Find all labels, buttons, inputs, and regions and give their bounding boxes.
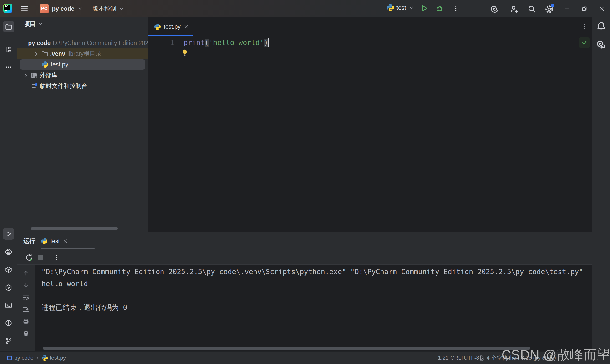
editor-area: test.py 1 print('hello world') [148, 17, 592, 232]
line-number: 1 [148, 37, 174, 48]
stop-button[interactable] [37, 254, 44, 261]
project-horizontal-scrollbar[interactable] [31, 227, 118, 230]
tree-item-label: 临时文件和控制台 [40, 82, 88, 90]
run-toolwindow-button[interactable] [3, 228, 14, 240]
csdn-watermark: CSDN @散峰而望 [502, 346, 610, 364]
pycharm-logo-icon: PC [3, 4, 13, 13]
close-tab-icon[interactable] [63, 238, 68, 244]
tree-item-label: .venv [50, 50, 65, 57]
more-actions-button[interactable] [452, 5, 459, 12]
print-button[interactable] [23, 318, 29, 325]
tree-item-annotation: library根目录 [67, 50, 102, 58]
python-icon [41, 238, 48, 244]
chevron-right-icon[interactable] [33, 51, 39, 57]
active-tab-indicator [148, 35, 193, 36]
pycharm-window: PC PC py code 版本控制 test [0, 0, 610, 364]
search-everywhere-button[interactable] [528, 5, 536, 13]
project-panel-header[interactable]: 项目 [17, 17, 148, 30]
encoding-widget[interactable]: UTF-8 [464, 351, 479, 364]
breadcrumb-project[interactable]: py code [14, 355, 34, 361]
run-config-selector[interactable]: test [387, 4, 414, 12]
project-widget[interactable]: PC py code [39, 4, 83, 13]
close-tab-icon[interactable] [183, 24, 189, 29]
breadcrumb-file[interactable]: test.py [50, 355, 66, 361]
console-output[interactable]: "D:\PyCharm Community Edition 2025.2.5\p… [35, 265, 592, 351]
run-tab-test[interactable]: test [41, 232, 68, 250]
code-token-print: print [183, 39, 205, 47]
editor-tab-options-button[interactable] [581, 23, 588, 30]
restore-button[interactable] [581, 5, 588, 13]
caret-position-widget[interactable]: 1:21 [438, 351, 449, 364]
debug-button[interactable] [436, 4, 444, 13]
active-run-tab-indicator [41, 248, 95, 249]
settings-notification-dot [551, 4, 555, 7]
rerun-button[interactable] [25, 253, 34, 262]
python-file-icon [154, 23, 161, 30]
console-line: 进程已结束，退出代码为 0 [41, 302, 592, 313]
project-panel-title: 项目 [24, 20, 36, 28]
console-horizontal-scrollbar[interactable] [43, 347, 530, 350]
libraries-icon [31, 72, 38, 78]
python-packages-button[interactable] [3, 264, 14, 275]
console-line [41, 290, 592, 302]
run-more-options-button[interactable] [53, 254, 61, 261]
problems-toolwindow-button[interactable] [3, 317, 14, 329]
notifications-button[interactable] [597, 21, 606, 31]
tree-item-label: test.py [51, 61, 68, 68]
tree-item-path: D:\PyCharm Community Edition 202 [53, 39, 148, 46]
folder-icon [41, 51, 48, 57]
console-line: hello world [41, 278, 592, 290]
tree-row-scratches[interactable]: 临时文件和控制台 [17, 80, 148, 91]
left-toolwindow-stripe [0, 17, 17, 351]
project-toolwindow-button[interactable] [3, 21, 14, 32]
no-problems-check-icon [581, 39, 587, 46]
python-console-button[interactable] [3, 246, 14, 258]
main-menu-button[interactable] [21, 6, 28, 12]
chevron-down-icon [119, 6, 124, 12]
vcs-widget[interactable]: 版本控制 [92, 5, 124, 13]
python-icon [387, 4, 394, 12]
tree-row-venv[interactable]: .venv library根目录 [17, 48, 148, 59]
prev-occurrence-button[interactable] [23, 270, 29, 277]
next-occurrence-button[interactable] [23, 282, 29, 288]
chevron-down-icon [77, 6, 83, 12]
ai-chat-button[interactable] [596, 39, 606, 50]
gutter-separator [179, 36, 180, 232]
run-config-name: test [397, 4, 406, 11]
line-ending-label: CRLF [450, 355, 465, 361]
stripe-divider [5, 38, 13, 38]
chevron-down-icon[interactable] [23, 40, 23, 46]
project-icon [7, 355, 13, 361]
services-toolwindow-button[interactable] [3, 282, 14, 294]
tree-row-py-code[interactable]: py code D:\PyCharm Community Edition 202 [17, 38, 148, 48]
code-line-1[interactable]: print('hello world') [183, 37, 269, 48]
inspections-widget[interactable] [579, 37, 590, 48]
close-button[interactable] [598, 5, 605, 13]
code-token-string: 'hello world' [209, 39, 264, 47]
tree-row-test-py[interactable]: test.py [17, 59, 148, 70]
scratches-icon [31, 83, 38, 89]
soft-wrap-button[interactable] [23, 294, 29, 301]
python-file-icon [42, 61, 49, 68]
project-panel: 项目 py code D:\PyCharm Community Edition … [17, 17, 148, 232]
terminal-toolwindow-button[interactable] [3, 300, 14, 311]
ai-assistant-button[interactable] [490, 4, 499, 13]
tree-row-external-libraries[interactable]: 外部库 [17, 70, 148, 80]
minimize-button[interactable] [564, 5, 571, 13]
structure-toolwindow-button[interactable] [3, 44, 14, 55]
chevron-down-icon [408, 5, 414, 11]
scroll-to-end-button[interactable] [23, 306, 29, 313]
add-user-button[interactable] [510, 5, 519, 13]
clear-console-button[interactable] [23, 330, 29, 337]
chevron-right-icon[interactable] [23, 72, 29, 78]
more-toolwindows-button[interactable] [3, 62, 14, 73]
intention-lightbulb-icon[interactable] [182, 49, 188, 57]
line-ending-widget[interactable]: CRLF [450, 351, 465, 364]
editor-tab-test-py[interactable]: test.py [148, 17, 193, 36]
run-button[interactable] [420, 4, 428, 13]
settings-button[interactable] [545, 5, 554, 14]
chevron-right-icon [36, 356, 40, 360]
project-badge: PC [39, 4, 49, 13]
version-control-button[interactable] [3, 335, 14, 346]
project-name: py code [52, 5, 74, 12]
